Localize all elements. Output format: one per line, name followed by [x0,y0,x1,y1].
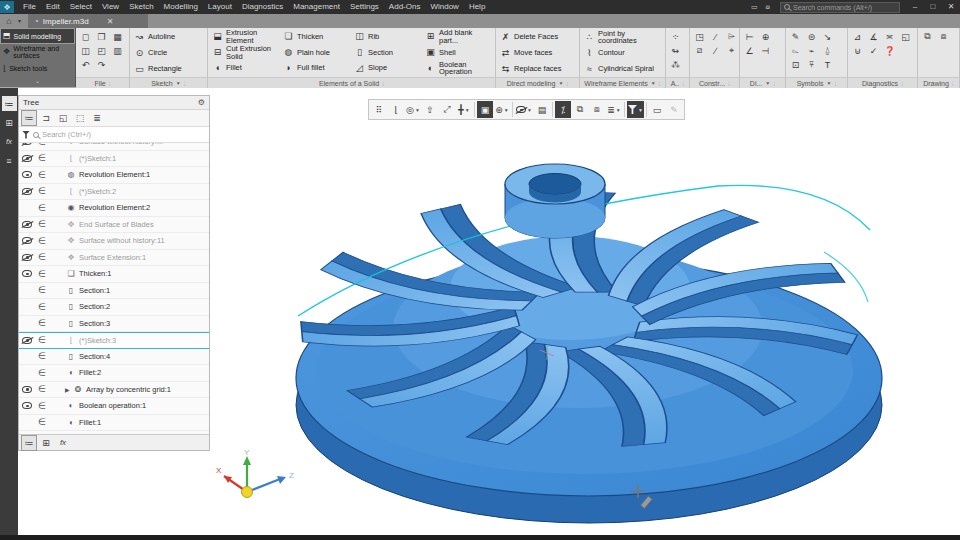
dimension-angle-icon[interactable]: ∠ [743,44,756,57]
menu-help[interactable]: Help [464,0,490,14]
selection-sets-icon[interactable]: ⧈ [589,101,605,118]
ribbon-group-label[interactable]: Drawing⁝ [918,77,959,88]
ribbon-group-label[interactable]: Di...▼⁝ [740,77,785,88]
print-icon[interactable]: ◫ [79,44,92,57]
ribbon-button-delete-faces[interactable]: ✗Delete Faces [498,29,577,45]
open-icon[interactable]: ❐ [95,30,108,43]
tree-item[interactable]: ∈✥Surface without history:11 [19,233,209,250]
tolerance-icon[interactable]: ⌳ [789,44,802,57]
tree-item[interactable]: ∈⌊(*)Sketch:1 [19,151,209,168]
ribbon-group-label[interactable]: File⁝ [76,77,129,88]
menu-window[interactable]: Window [425,0,463,14]
tree-item[interactable]: ∈✥Surface without history:... [19,143,209,151]
ribbon-button-full-fillet[interactable]: ◗Full fillet [281,60,350,76]
tree-item[interactable]: ∈❏Thicken:1 [19,266,209,283]
ribbon-button-slope[interactable]: ◿Slope [352,60,421,76]
ribbon-button-add-blank-part-[interactable]: ⊞Add blank part... [423,29,492,45]
gear-icon[interactable]: ⚙ [198,98,205,107]
screen-capture-icon[interactable]: ⧇ [762,3,774,11]
panel-functions[interactable]: fx [2,134,17,149]
group-options-icon[interactable]: ⁝ [184,80,186,87]
display-shaded-icon[interactable]: ▣ [477,101,493,118]
ribbon-button-fillet[interactable]: ◖Fillet [210,60,279,76]
tree-item[interactable]: ∈◖Fillet:1 [19,415,209,432]
ribbon-button-rib[interactable]: ◫Rib [352,29,421,45]
zoom-tool-icon[interactable]: ◎▼ [405,101,421,118]
eye-hidden-icon[interactable] [19,237,35,244]
ribbon-button-cylindrical-spiral[interactable]: ≈Cylindrical Spiral [582,61,663,77]
ribbon-button-thicken[interactable]: ❏Thicken [281,29,350,45]
document-tab[interactable]: ◔ Impeller.m3d ✕ [28,14,148,28]
tree-item[interactable]: ∈◐Boolean operation:1 [19,398,209,415]
area-icon[interactable]: ◱ [899,30,912,43]
group-options-icon[interactable]: ⁝ [682,80,684,87]
ribbon-button-contour[interactable]: ⌇Contour [582,45,663,61]
ribbon-button-cut-extrusion-solid[interactable]: ⊟Cut Extrusion Solid [210,45,279,61]
maximize-button[interactable]: □ [924,0,942,14]
tree-item[interactable]: ∈▯Section:2 [19,299,209,316]
menu-diagnostics[interactable]: Diagnostics [237,0,288,14]
ribbon-group-label[interactable]: A..⁝ [666,77,689,88]
tree-item[interactable]: ∈⌊(*)Sketch:2 [19,184,209,201]
coordinate-axes-icon[interactable]: ╋▼ [456,101,472,118]
array-curve-icon[interactable]: ↬ [669,44,682,57]
datum-icon[interactable]: ⊜ [805,30,818,43]
eye-visible-icon[interactable] [19,171,35,178]
ribbon-button-rectangle[interactable]: ▭Rectangle [132,61,205,77]
mode-collapse-icon[interactable]: ⌄ [0,77,75,87]
group-options-icon[interactable]: ⁝ [382,80,384,87]
array-points-icon[interactable]: ⁂ [669,58,682,71]
weld-icon[interactable]: ⌁ [805,44,818,57]
tree-components-icon[interactable]: ⊐ [39,111,53,125]
axis-icon[interactable]: ⁄ [709,30,722,43]
toolbar-grip[interactable]: ⠿ [371,101,387,118]
group-options-icon[interactable]: ⁝ [834,80,836,87]
ribbon-button-shell[interactable]: ▣Shell [423,45,492,61]
minimize-button[interactable]: – [906,0,924,14]
layers-icon[interactable]: ≣▼ [606,101,622,118]
group-options-icon[interactable]: ⁝ [659,80,661,87]
panel-menu[interactable]: ≡ [2,153,17,168]
ribbon-group-label[interactable]: Sketch▼⁝ [130,77,207,88]
measure-angle-icon[interactable]: ∡ [867,30,880,43]
orientation-rotate-icon[interactable]: ⤢ [439,101,455,118]
mass-icon[interactable]: ⚖ [915,30,917,43]
hidden-lines-icon[interactable]: ▼ [515,101,533,118]
ribbon-group-label[interactable]: Diagnostics⁝ [848,77,917,88]
render-options-icon[interactable]: ⊛▼ [494,101,510,118]
tree-item[interactable]: ∈◍Revolution Element:1 [19,167,209,184]
dimension-auto-icon[interactable]: ⊣ [759,44,772,57]
menu-select[interactable]: Select [65,0,97,14]
plane-icon[interactable]: ◳ [693,30,706,43]
capture-image-icon[interactable]: ▤ [534,101,550,118]
filter-icon[interactable]: ▼ [627,101,644,118]
diagnostic-marks-icon[interactable]: ⁒ [555,101,571,118]
menu-file[interactable]: File [18,0,41,14]
mode-solid-modelling[interactable]: ⬒Solid modelling [0,28,75,44]
menu-management[interactable]: Management [288,0,345,14]
ribbon-group-label[interactable]: Constr...⁝ [690,77,739,88]
menu-view[interactable]: View [97,0,124,14]
ribbon-button-point-by-coordinates[interactable]: ∴Point by coordinates [582,29,663,45]
tree-item[interactable]: ∈✥End Surface of Blades [19,217,209,234]
measure-icon[interactable]: ▭ [649,101,665,118]
menu-edit[interactable]: Edit [41,0,65,14]
eye-visible-icon[interactable] [19,386,35,393]
ribbon-group-label[interactable]: Elements of a Solid⁝ [208,77,495,88]
functions-tab-icon[interactable]: fx [56,436,70,450]
ribbon-button-replace-faces[interactable]: ⇆Replace faces [498,61,577,77]
group-options-icon[interactable]: ⁝ [773,80,775,87]
save-as-icon[interactable]: ▥ [111,44,124,57]
array-grid-icon[interactable]: ⁘ [669,30,682,43]
tree-tab-icon[interactable]: ≔ [22,436,36,450]
clipboard-icon[interactable]: ⧉ [572,101,588,118]
menu-modelling[interactable]: Modelling [159,0,203,14]
eye-hidden-icon[interactable] [19,155,35,162]
measure-curve-icon[interactable]: ≍ [883,30,896,43]
text-icon[interactable]: T [821,58,834,71]
plane-offset-icon[interactable]: ⧄ [693,44,706,57]
tree-structure-icon[interactable]: ≔ [22,111,36,125]
tree-search-input[interactable]: Search (Ctrl+/) [19,127,209,143]
home-dropdown-icon[interactable]: ▾ [18,14,28,28]
tree-filter-icon[interactable] [22,131,30,139]
